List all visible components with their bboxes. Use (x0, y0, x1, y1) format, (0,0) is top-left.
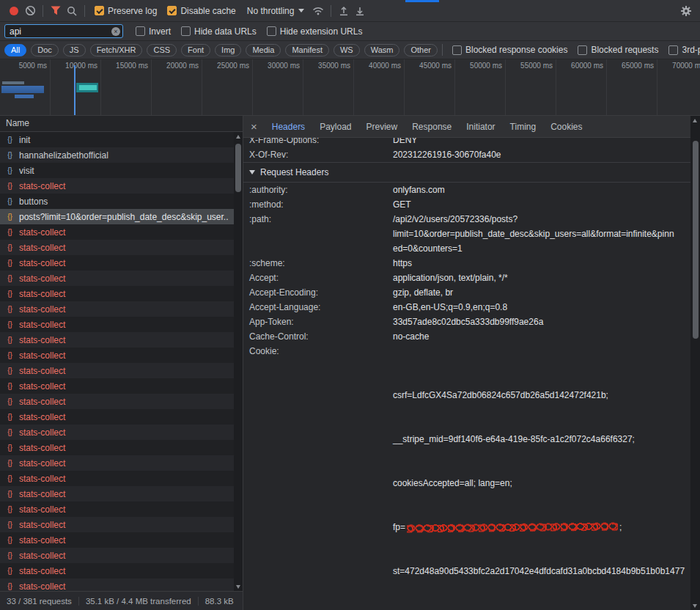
request-row[interactable]: {} stats-collect (0, 378, 234, 394)
request-row[interactable]: {} stats-collect (0, 501, 234, 517)
scrollbar-thumb[interactable] (235, 144, 241, 192)
request-name: stats-collect (19, 458, 229, 468)
preserve-log-checkbox[interactable]: Preserve log (95, 6, 157, 16)
resource-type-chip[interactable]: Fetch/XHR (90, 44, 143, 56)
blocked-requests-checkbox[interactable]: Blocked requests (578, 45, 658, 55)
invert-checkbox[interactable]: Invert (136, 26, 171, 37)
hide-extension-urls-label: Hide extension URLs (280, 26, 363, 37)
details-scrollbar[interactable] (690, 116, 700, 610)
request-name: posts?limit=10&order=publish_date_desc&s… (19, 212, 229, 222)
request-row[interactable]: {} stats-collect (0, 301, 234, 317)
resource-type-chip[interactable]: All (4, 44, 26, 56)
blocked-response-cookies-checkbox[interactable]: Blocked response cookies (452, 45, 567, 55)
network-overview-timeline[interactable]: 5000 ms 10000 ms 15000 ms 20000 ms 25000… (0, 59, 700, 116)
details-tab[interactable]: Payload (312, 116, 358, 138)
waterfall-activity-bar (79, 85, 97, 90)
resource-type-chip[interactable]: Font (181, 44, 210, 56)
request-row[interactable]: {} stats-collect (0, 224, 234, 240)
resource-type-chip[interactable]: Doc (31, 44, 59, 56)
request-row[interactable]: {} stats-collect (0, 578, 234, 591)
resource-type-chip[interactable]: Other (404, 44, 438, 56)
details-tab[interactable]: Preview (359, 116, 405, 138)
request-row[interactable]: {} stats-collect (0, 532, 234, 548)
search-button[interactable] (64, 3, 80, 19)
request-row[interactable]: {} stats-collect (0, 178, 234, 194)
clear-filter-icon[interactable]: × (111, 27, 120, 36)
details-tab[interactable]: Response (405, 116, 459, 138)
request-name: stats-collect (19, 350, 229, 361)
hide-data-urls-checkbox[interactable]: Hide data URLs (181, 26, 257, 37)
request-row[interactable]: {} stats-collect (0, 471, 234, 486)
scroll-up-button[interactable] (690, 116, 699, 125)
request-row[interactable]: {} stats-collect (0, 455, 234, 471)
gear-icon (680, 5, 692, 17)
details-tab[interactable]: Timing (503, 116, 544, 138)
request-list-viewport: {} init {} hannahelizabethofficial {} vi… (0, 132, 243, 591)
request-row[interactable]: {} stats-collect (0, 363, 234, 378)
redaction-scribble (407, 521, 618, 533)
request-name: stats-collect (19, 227, 229, 238)
network-filter-input[interactable] (4, 24, 123, 38)
import-har-button[interactable] (336, 3, 352, 19)
settings-button[interactable] (678, 3, 694, 19)
close-details-button[interactable]: × (243, 120, 265, 133)
hide-extension-urls-checkbox[interactable]: Hide extension URLs (267, 26, 363, 37)
request-row[interactable]: {} stats-collect (0, 348, 234, 363)
network-main-toolbar: Preserve log Disable cache No throttling (0, 0, 700, 22)
request-name: init (19, 135, 229, 145)
throttling-select[interactable]: No throttling (247, 6, 305, 16)
request-row[interactable]: {} buttons (0, 194, 234, 209)
scroll-down-button[interactable] (234, 582, 243, 591)
request-row[interactable]: {} stats-collect (0, 548, 234, 563)
resource-type-chip[interactable]: CSS (147, 44, 177, 56)
details-tabs: Headers Payload Preview Response Initiat… (265, 116, 590, 138)
resource-type-chip[interactable]: WS (334, 44, 360, 56)
record-button[interactable] (6, 3, 22, 19)
disable-cache-checkbox[interactable]: Disable cache (167, 6, 235, 16)
request-type-icon: {} (5, 567, 15, 575)
resource-type-chip[interactable]: JS (63, 44, 86, 56)
cookie-line: __stripe_mid=9df140f6-e64a-419e-85fc-a1c… (393, 432, 685, 447)
request-type-icon: {} (5, 521, 15, 529)
request-row[interactable]: {} stats-collect (0, 286, 234, 301)
resource-type-chip[interactable]: Img (215, 44, 241, 56)
request-row[interactable]: {} stats-collect (0, 440, 234, 455)
clear-button[interactable] (22, 3, 38, 19)
record-icon (10, 7, 18, 15)
resource-type-chip[interactable]: Media (246, 44, 281, 56)
request-row[interactable]: {} stats-collect (0, 563, 234, 578)
scroll-up-button[interactable] (234, 132, 243, 141)
scroll-down-button[interactable] (690, 601, 699, 610)
request-name: stats-collect (19, 397, 229, 407)
request-row[interactable]: {} stats-collect (0, 409, 234, 425)
scrollbar-thumb[interactable] (693, 141, 699, 339)
request-row[interactable]: {} stats-collect (0, 255, 234, 271)
name-column-header[interactable]: Name (0, 116, 243, 132)
request-row[interactable]: {} stats-collect (0, 486, 234, 501)
third-party-requests-checkbox[interactable]: 3rd-party requests (668, 45, 700, 55)
request-row[interactable]: {} posts?limit=10&order=publish_date_des… (0, 209, 234, 224)
filter-button[interactable] (48, 3, 64, 19)
details-tab[interactable]: Headers (265, 116, 312, 138)
request-row[interactable]: {} stats-collect (0, 425, 234, 440)
request-headers-section-toggle[interactable]: Request Headers (243, 163, 690, 183)
timeline-tick: 40000 ms (354, 59, 405, 115)
request-row[interactable]: {} stats-collect (0, 394, 234, 409)
request-row[interactable]: {} stats-collect (0, 317, 234, 332)
network-conditions-button[interactable] (310, 3, 326, 19)
details-tab[interactable]: Initiator (459, 116, 502, 138)
request-row[interactable]: {} stats-collect (0, 240, 234, 255)
resource-type-chip[interactable]: Wasm (364, 44, 400, 56)
request-list-scrollbar[interactable] (234, 132, 243, 591)
details-tab[interactable]: Cookies (543, 116, 589, 138)
timeline-tick: 50000 ms (455, 59, 506, 115)
request-row[interactable]: {} stats-collect (0, 271, 234, 286)
resource-type-chip[interactable]: Manifest (285, 44, 329, 56)
export-har-button[interactable] (352, 3, 368, 19)
timeline-tick-label: 70000 ms (672, 62, 700, 70)
request-row[interactable]: {} stats-collect (0, 517, 234, 532)
request-row[interactable]: {} hannahelizabethofficial (0, 147, 234, 163)
request-row[interactable]: {} stats-collect (0, 332, 234, 348)
request-row[interactable]: {} visit (0, 163, 234, 178)
request-row[interactable]: {} init (0, 132, 234, 147)
